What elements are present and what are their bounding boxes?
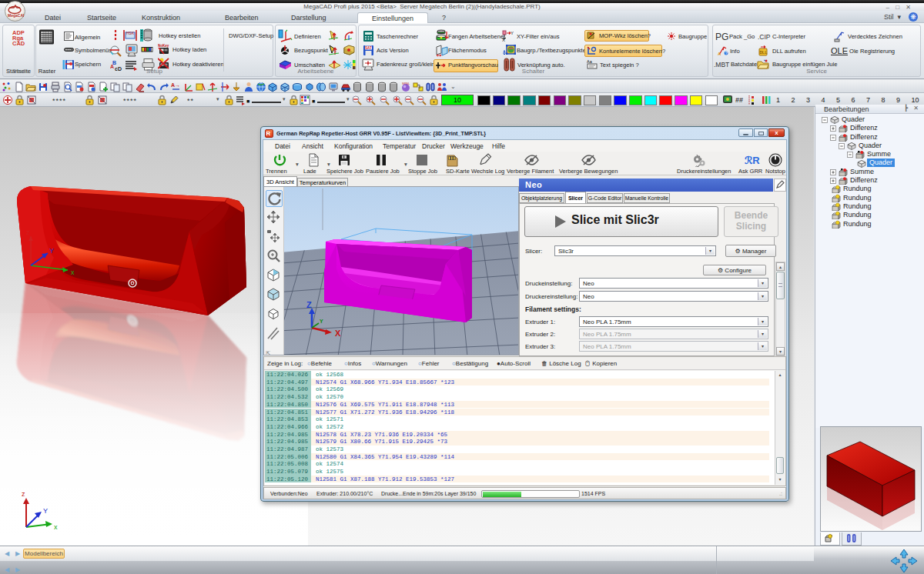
svg-text:Y: Y [320, 319, 323, 324]
svg-text:ℛR: ℛR [745, 155, 760, 166]
svg-text:MegaCAD: MegaCAD [8, 13, 24, 18]
svg-text:A→: A→ [171, 82, 180, 88]
svg-text:Y: Y [43, 507, 48, 515]
svg-text:X: X [502, 38, 505, 42]
svg-text:NoKey: NoKey [158, 44, 169, 48]
svg-text:Y: Y [511, 31, 514, 35]
svg-text:z: z [22, 490, 25, 498]
svg-text:CAD: CAD [12, 40, 25, 47]
svg-text:Z: Z [306, 300, 312, 309]
svg-text:SPSL: SPSL [402, 82, 410, 85]
svg-text:X: X [335, 329, 341, 338]
svg-text:?: ? [725, 51, 728, 55]
svg-text:DLL: DLL [760, 50, 768, 55]
svg-text:HSK: HSK [126, 31, 135, 35]
svg-text:x: x [71, 269, 75, 276]
svg-text:x: x [54, 523, 58, 531]
svg-text:z: z [26, 229, 30, 236]
svg-text:SAT: SAT [365, 46, 372, 50]
svg-text:⇱: ⇱ [266, 350, 271, 355]
svg-text:A: A [718, 52, 721, 56]
svg-text:Y: Y [49, 247, 54, 255]
svg-text:Aa: Aa [587, 59, 593, 64]
